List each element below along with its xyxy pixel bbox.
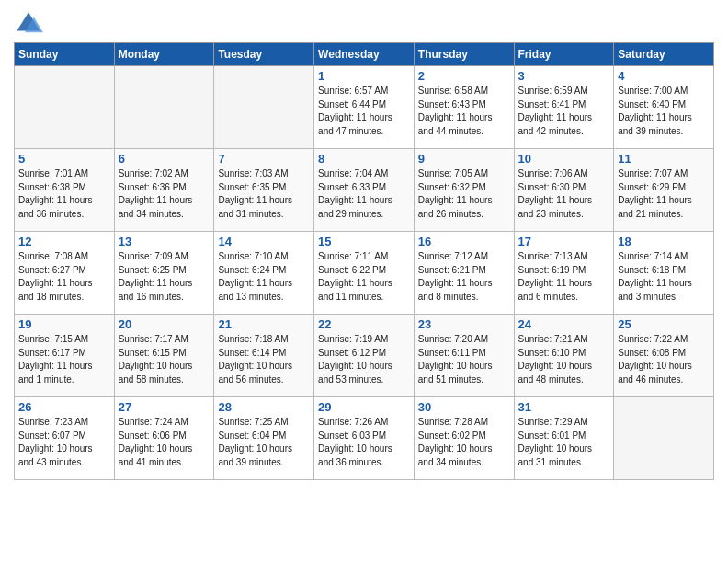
calendar-cell: 8Sunrise: 7:04 AM Sunset: 6:33 PM Daylig… bbox=[314, 149, 415, 232]
day-info: Sunrise: 7:15 AM Sunset: 6:17 PM Dayligh… bbox=[18, 333, 110, 386]
day-number: 13 bbox=[119, 235, 210, 248]
calendar-cell: 17Sunrise: 7:13 AM Sunset: 6:19 PM Dayli… bbox=[514, 232, 614, 315]
day-number: 28 bbox=[218, 400, 310, 414]
calendar-cell: 12Sunrise: 7:08 AM Sunset: 6:27 PM Dayli… bbox=[15, 232, 115, 315]
logo-icon bbox=[14, 9, 43, 39]
day-number: 14 bbox=[218, 235, 310, 248]
day-info: Sunrise: 7:25 AM Sunset: 6:04 PM Dayligh… bbox=[218, 416, 310, 469]
day-info: Sunrise: 7:26 AM Sunset: 6:03 PM Dayligh… bbox=[318, 416, 410, 469]
day-number: 12 bbox=[18, 235, 110, 248]
day-number: 8 bbox=[318, 152, 410, 166]
calendar-cell: 18Sunrise: 7:14 AM Sunset: 6:18 PM Dayli… bbox=[614, 232, 714, 315]
calendar-cell bbox=[214, 66, 314, 149]
day-info: Sunrise: 7:17 AM Sunset: 6:15 PM Dayligh… bbox=[119, 333, 210, 386]
day-info: Sunrise: 7:07 AM Sunset: 6:29 PM Dayligh… bbox=[618, 167, 710, 221]
day-info: Sunrise: 7:11 AM Sunset: 6:22 PM Dayligh… bbox=[318, 250, 410, 304]
day-number: 17 bbox=[518, 235, 610, 248]
day-number: 25 bbox=[618, 317, 710, 331]
day-info: Sunrise: 7:14 AM Sunset: 6:18 PM Dayligh… bbox=[618, 250, 710, 304]
day-number: 5 bbox=[18, 152, 110, 166]
logo bbox=[14, 9, 47, 39]
day-info: Sunrise: 7:29 AM Sunset: 6:01 PM Dayligh… bbox=[518, 416, 610, 469]
calendar-cell: 15Sunrise: 7:11 AM Sunset: 6:22 PM Dayli… bbox=[314, 232, 415, 315]
day-number: 19 bbox=[18, 317, 110, 331]
calendar-cell bbox=[114, 66, 214, 149]
day-number: 29 bbox=[318, 400, 410, 414]
calendar-week-row-1: 1Sunrise: 6:57 AM Sunset: 6:44 PM Daylig… bbox=[15, 66, 714, 149]
day-number: 1 bbox=[318, 69, 410, 83]
day-number: 18 bbox=[618, 235, 710, 248]
day-number: 20 bbox=[119, 317, 210, 331]
calendar-cell: 13Sunrise: 7:09 AM Sunset: 6:25 PM Dayli… bbox=[114, 232, 214, 315]
day-info: Sunrise: 7:21 AM Sunset: 6:10 PM Dayligh… bbox=[518, 333, 610, 386]
day-number: 11 bbox=[618, 152, 710, 166]
calendar-cell: 5Sunrise: 7:01 AM Sunset: 6:38 PM Daylig… bbox=[15, 149, 115, 232]
calendar-cell bbox=[614, 397, 714, 480]
day-info: Sunrise: 7:13 AM Sunset: 6:19 PM Dayligh… bbox=[518, 250, 610, 304]
day-info: Sunrise: 7:06 AM Sunset: 6:30 PM Dayligh… bbox=[518, 167, 610, 221]
calendar-cell: 23Sunrise: 7:20 AM Sunset: 6:11 PM Dayli… bbox=[414, 315, 514, 397]
calendar-cell: 6Sunrise: 7:02 AM Sunset: 6:36 PM Daylig… bbox=[114, 149, 214, 232]
day-info: Sunrise: 7:05 AM Sunset: 6:32 PM Dayligh… bbox=[418, 167, 510, 221]
day-info: Sunrise: 7:23 AM Sunset: 6:07 PM Dayligh… bbox=[18, 416, 110, 469]
calendar-week-row-5: 26Sunrise: 7:23 AM Sunset: 6:07 PM Dayli… bbox=[15, 397, 714, 480]
calendar-cell: 7Sunrise: 7:03 AM Sunset: 6:35 PM Daylig… bbox=[214, 149, 314, 232]
calendar-cell: 27Sunrise: 7:24 AM Sunset: 6:06 PM Dayli… bbox=[114, 397, 214, 480]
calendar-cell: 28Sunrise: 7:25 AM Sunset: 6:04 PM Dayli… bbox=[214, 397, 314, 480]
day-number: 4 bbox=[618, 69, 710, 83]
calendar-cell: 14Sunrise: 7:10 AM Sunset: 6:24 PM Dayli… bbox=[214, 232, 314, 315]
day-number: 9 bbox=[418, 152, 510, 166]
day-info: Sunrise: 7:08 AM Sunset: 6:27 PM Dayligh… bbox=[18, 250, 110, 304]
calendar-cell: 19Sunrise: 7:15 AM Sunset: 6:17 PM Dayli… bbox=[15, 315, 115, 397]
col-header-wednesday: Wednesday bbox=[314, 43, 415, 66]
day-info: Sunrise: 7:19 AM Sunset: 6:12 PM Dayligh… bbox=[318, 333, 410, 386]
calendar-week-row-3: 12Sunrise: 7:08 AM Sunset: 6:27 PM Dayli… bbox=[15, 232, 714, 315]
page-header bbox=[14, 9, 714, 39]
day-number: 16 bbox=[418, 235, 510, 248]
col-header-monday: Monday bbox=[114, 43, 214, 66]
calendar-cell: 10Sunrise: 7:06 AM Sunset: 6:30 PM Dayli… bbox=[514, 149, 614, 232]
calendar-cell: 30Sunrise: 7:28 AM Sunset: 6:02 PM Dayli… bbox=[414, 397, 514, 480]
day-number: 15 bbox=[318, 235, 410, 248]
day-info: Sunrise: 7:10 AM Sunset: 6:24 PM Dayligh… bbox=[218, 250, 310, 304]
day-number: 27 bbox=[119, 400, 210, 414]
day-number: 3 bbox=[518, 69, 610, 83]
calendar-cell: 20Sunrise: 7:17 AM Sunset: 6:15 PM Dayli… bbox=[114, 315, 214, 397]
col-header-sunday: Sunday bbox=[15, 43, 115, 66]
day-number: 22 bbox=[318, 317, 410, 331]
day-number: 30 bbox=[418, 400, 510, 414]
day-number: 24 bbox=[518, 317, 610, 331]
day-number: 31 bbox=[518, 400, 610, 414]
day-number: 23 bbox=[418, 317, 510, 331]
calendar-cell: 16Sunrise: 7:12 AM Sunset: 6:21 PM Dayli… bbox=[414, 232, 514, 315]
calendar-cell: 22Sunrise: 7:19 AM Sunset: 6:12 PM Dayli… bbox=[314, 315, 415, 397]
calendar-cell: 21Sunrise: 7:18 AM Sunset: 6:14 PM Dayli… bbox=[214, 315, 314, 397]
col-header-thursday: Thursday bbox=[414, 43, 514, 66]
calendar-cell: 3Sunrise: 6:59 AM Sunset: 6:41 PM Daylig… bbox=[514, 66, 614, 149]
calendar-cell: 26Sunrise: 7:23 AM Sunset: 6:07 PM Dayli… bbox=[15, 397, 115, 480]
calendar-week-row-4: 19Sunrise: 7:15 AM Sunset: 6:17 PM Dayli… bbox=[15, 315, 714, 397]
day-info: Sunrise: 6:59 AM Sunset: 6:41 PM Dayligh… bbox=[518, 85, 610, 138]
col-header-tuesday: Tuesday bbox=[214, 43, 314, 66]
day-number: 21 bbox=[218, 317, 310, 331]
day-info: Sunrise: 7:20 AM Sunset: 6:11 PM Dayligh… bbox=[418, 333, 510, 386]
calendar-table: SundayMondayTuesdayWednesdayThursdayFrid… bbox=[14, 42, 714, 480]
calendar-cell: 25Sunrise: 7:22 AM Sunset: 6:08 PM Dayli… bbox=[614, 315, 714, 397]
day-info: Sunrise: 6:57 AM Sunset: 6:44 PM Dayligh… bbox=[318, 85, 410, 138]
day-number: 10 bbox=[518, 152, 610, 166]
col-header-saturday: Saturday bbox=[614, 43, 714, 66]
day-number: 26 bbox=[18, 400, 110, 414]
calendar-cell: 9Sunrise: 7:05 AM Sunset: 6:32 PM Daylig… bbox=[414, 149, 514, 232]
day-number: 2 bbox=[418, 69, 510, 83]
day-info: Sunrise: 7:01 AM Sunset: 6:38 PM Dayligh… bbox=[18, 167, 110, 221]
day-info: Sunrise: 7:22 AM Sunset: 6:08 PM Dayligh… bbox=[618, 333, 710, 386]
day-info: Sunrise: 7:02 AM Sunset: 6:36 PM Dayligh… bbox=[119, 167, 210, 221]
day-number: 7 bbox=[218, 152, 310, 166]
calendar-cell: 11Sunrise: 7:07 AM Sunset: 6:29 PM Dayli… bbox=[614, 149, 714, 232]
calendar-cell: 29Sunrise: 7:26 AM Sunset: 6:03 PM Dayli… bbox=[314, 397, 415, 480]
calendar-cell: 2Sunrise: 6:58 AM Sunset: 6:43 PM Daylig… bbox=[414, 66, 514, 149]
day-info: Sunrise: 7:04 AM Sunset: 6:33 PM Dayligh… bbox=[318, 167, 410, 221]
day-info: Sunrise: 7:09 AM Sunset: 6:25 PM Dayligh… bbox=[119, 250, 210, 304]
calendar-week-row-2: 5Sunrise: 7:01 AM Sunset: 6:38 PM Daylig… bbox=[15, 149, 714, 232]
day-info: Sunrise: 6:58 AM Sunset: 6:43 PM Dayligh… bbox=[418, 85, 510, 138]
